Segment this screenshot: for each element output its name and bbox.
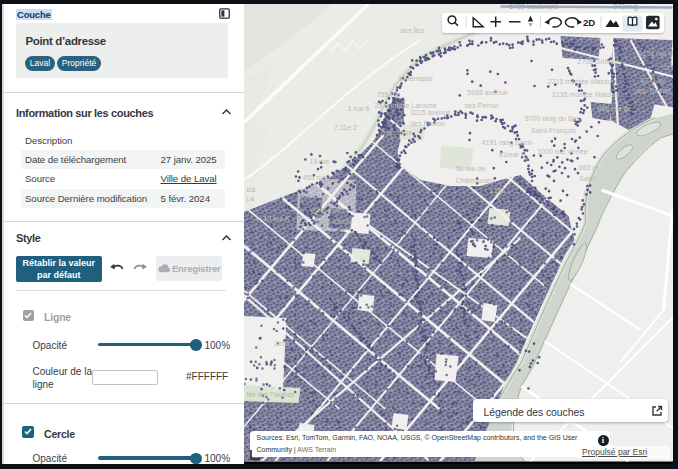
svg-text:2215 montée Masson: 2215 montée Masson: [547, 78, 614, 85]
svg-text:Saint-François: Saint-François: [530, 127, 576, 135]
svg-text:455 rue: 455 rue: [302, 174, 326, 181]
svg-text:des Trembl: des Trembl: [635, 87, 670, 94]
svg-text:50 rue de: 50 rue de: [455, 165, 485, 172]
svg-text:480 rue de: 480 rue de: [597, 105, 631, 112]
svg-text:19 rue: 19 rue: [309, 158, 329, 165]
svg-text:Saint-: Saint-: [579, 175, 598, 182]
svg-text:2135 montée Masson: 2135 montée Masson: [551, 91, 618, 98]
svg-text:4191 rang Saint-: 4191 rang Saint-: [481, 139, 533, 147]
svg-text:843nnçj: 843nnçj: [613, 4, 638, 11]
svg-text:2345 montée: 2345 montée: [311, 207, 349, 214]
svg-text:3225 avenue: 3225 avenue: [410, 109, 451, 116]
svg-text:5935 avenue: 5935 avenue: [467, 89, 508, 96]
svg-text:2151 rue M: 2151 rue M: [638, 50, 672, 57]
svg-text:25 terrasse Laroche: 25 terrasse Laroche: [374, 102, 436, 109]
svg-text:7.11e 2: 7.11e 2: [334, 124, 357, 131]
svg-text:Elzear E: Elzear E: [499, 151, 526, 158]
svg-text:2550: 2550: [273, 340, 289, 347]
svg-text:2D: 2D: [583, 16, 595, 27]
svg-text:10 terrasse: 10 terrasse: [397, 75, 432, 82]
svg-text:1355: 1355: [489, 187, 505, 194]
svg-text:des Perron: des Perron: [410, 120, 444, 127]
svg-text:tée des Pivoines: tée des Pivoines: [246, 391, 294, 398]
svg-text:6 terrasse: 6 terrasse: [380, 129, 411, 136]
svg-text:19 rue K: 19 rue K: [263, 215, 290, 222]
svg-text:1 rue 6: 1 rue 6: [347, 105, 369, 112]
svg-text:683 m: 683 m: [578, 164, 598, 171]
svg-text:1 rue: 1 rue: [300, 192, 316, 199]
svg-text:1173: 1173: [662, 64, 672, 71]
svg-text:755 rue: 755 rue: [376, 91, 400, 98]
svg-text:2 rue Griffnon: 2 rue Griffnon: [577, 58, 620, 65]
svg-text:LE: LE: [246, 196, 255, 202]
svg-text:des Îles: des Îles: [400, 26, 425, 34]
svg-text:DE: DE: [246, 187, 256, 193]
svg-text:des Lacasse: des Lacasse: [315, 218, 352, 225]
svg-text:6780 boulevard: 6780 boulevard: [509, 4, 557, 10]
svg-text:8273 av: 8273 av: [640, 77, 665, 84]
svg-text:1000 rue Verrée: 1000 rue Verrée: [537, 148, 587, 155]
svg-text:5700 rang du Bas-: 5700 rang du Bas-: [524, 115, 582, 123]
svg-text:des Perron: des Perron: [464, 102, 498, 109]
svg-text:Châteauneu: Châteauneu: [455, 177, 493, 184]
